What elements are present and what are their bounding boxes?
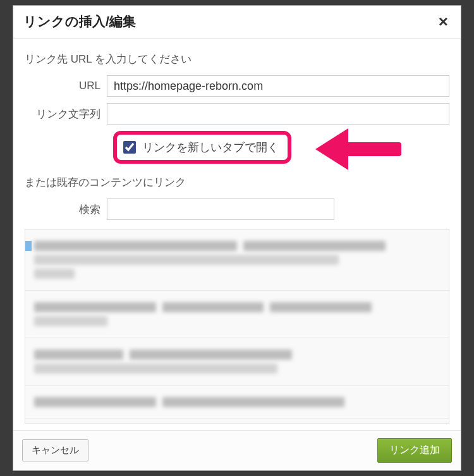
open-new-tab-label: リンクを新しいタブで開く: [142, 140, 279, 155]
insert-link-dialog: リンクの挿入/編集 × リンク先 URL を入力してください URL リンク文字…: [13, 5, 461, 471]
arrow-left-icon: [315, 128, 348, 170]
link-text-row: リンク文字列: [25, 103, 449, 125]
list-item[interactable]: [25, 291, 449, 338]
list-item[interactable]: [25, 229, 449, 291]
search-results-list[interactable]: [25, 229, 449, 424]
dialog-footer: キャンセル リンク追加: [13, 430, 461, 470]
arrow-shaft: [344, 142, 401, 156]
url-label: URL: [25, 80, 107, 92]
url-input[interactable]: [107, 75, 449, 97]
close-icon: ×: [439, 12, 448, 31]
url-row: URL: [25, 75, 449, 97]
dialog-title: リンクの挿入/編集: [23, 13, 136, 30]
cancel-button[interactable]: キャンセル: [22, 439, 88, 461]
dialog-body: リンク先 URL を入力してください URL リンク文字列 リンクを新しいタブで…: [13, 39, 461, 430]
list-item[interactable]: [25, 386, 449, 419]
existing-content-heading: または既存のコンテンツにリンク: [25, 175, 449, 190]
close-button[interactable]: ×: [436, 12, 451, 31]
new-tab-row: リンクを新しいタブで開く: [25, 131, 449, 164]
open-new-tab-checkbox[interactable]: [123, 141, 136, 154]
search-row: 検索: [25, 198, 449, 220]
link-text-input[interactable]: [107, 103, 449, 125]
link-text-label: リンク文字列: [25, 107, 107, 121]
dialog-header: リンクの挿入/編集 ×: [13, 6, 461, 39]
add-link-button[interactable]: リンク追加: [377, 438, 452, 463]
search-label: 検索: [25, 202, 107, 217]
url-prompt: リンク先 URL を入力してください: [25, 52, 449, 66]
list-item[interactable]: [25, 338, 449, 386]
highlight-annotation: リンクを新しいタブで開く: [113, 131, 291, 164]
search-input[interactable]: [107, 198, 334, 220]
